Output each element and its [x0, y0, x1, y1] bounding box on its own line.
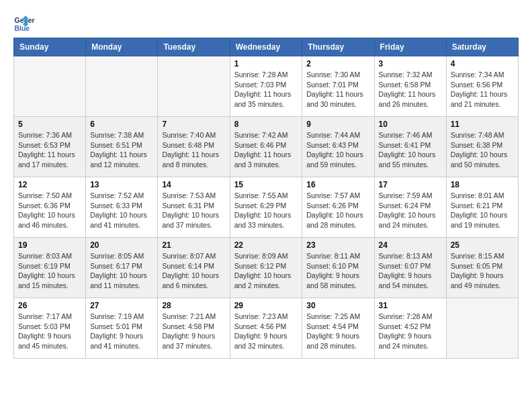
calendar-cell: 14Sunrise: 7:53 AM Sunset: 6:31 PM Dayli… [158, 177, 230, 238]
svg-text:Blue: Blue [15, 25, 30, 32]
calendar-header: General Blue [13, 13, 519, 35]
day-number: 15 [234, 180, 298, 189]
day-number: 1 [234, 59, 298, 68]
calendar-cell: 24Sunrise: 8:13 AM Sunset: 6:07 PM Dayli… [374, 238, 446, 298]
calendar-cell: 5Sunrise: 7:36 AM Sunset: 6:53 PM Daylig… [14, 117, 86, 177]
day-detail: Sunrise: 7:36 AM Sunset: 6:53 PM Dayligh… [18, 130, 81, 170]
calendar-cell: 30Sunrise: 7:25 AM Sunset: 4:54 PM Dayli… [302, 298, 374, 359]
day-detail: Sunrise: 7:59 AM Sunset: 6:24 PM Dayligh… [379, 191, 442, 230]
day-detail: Sunrise: 8:15 AM Sunset: 6:05 PM Dayligh… [451, 251, 514, 291]
day-detail: Sunrise: 7:53 AM Sunset: 6:31 PM Dayligh… [162, 191, 225, 230]
day-number: 17 [379, 180, 442, 189]
day-number: 3 [379, 59, 442, 68]
day-detail: Sunrise: 7:30 AM Sunset: 7:01 PM Dayligh… [306, 70, 369, 109]
day-number: 8 [234, 120, 298, 129]
day-detail: Sunrise: 8:05 AM Sunset: 6:17 PM Dayligh… [90, 251, 153, 291]
day-number: 31 [379, 301, 442, 310]
day-detail: Sunrise: 7:57 AM Sunset: 6:26 PM Dayligh… [306, 191, 369, 230]
calendar-header-row: SundayMondayTuesdayWednesdayThursdayFrid… [14, 38, 519, 56]
calendar-cell: 23Sunrise: 8:11 AM Sunset: 6:10 PM Dayli… [302, 238, 374, 298]
calendar-cell: 18Sunrise: 8:01 AM Sunset: 6:21 PM Dayli… [446, 177, 518, 238]
day-number: 18 [451, 180, 514, 189]
calendar-week-row: 5Sunrise: 7:36 AM Sunset: 6:53 PM Daylig… [14, 117, 519, 177]
calendar-cell: 7Sunrise: 7:40 AM Sunset: 6:48 PM Daylig… [158, 117, 230, 177]
day-number: 7 [162, 120, 225, 129]
day-number: 23 [306, 240, 369, 250]
day-detail: Sunrise: 7:46 AM Sunset: 6:41 PM Dayligh… [379, 130, 442, 170]
day-number: 14 [162, 180, 225, 189]
calendar-cell: 9Sunrise: 7:44 AM Sunset: 6:43 PM Daylig… [302, 117, 374, 177]
day-detail: Sunrise: 7:42 AM Sunset: 6:46 PM Dayligh… [234, 130, 298, 170]
day-detail: Sunrise: 8:01 AM Sunset: 6:21 PM Dayligh… [451, 191, 514, 230]
calendar-cell: 3Sunrise: 7:32 AM Sunset: 6:58 PM Daylig… [374, 56, 446, 117]
day-number: 26 [18, 301, 81, 310]
day-detail: Sunrise: 7:38 AM Sunset: 6:51 PM Dayligh… [90, 130, 153, 170]
day-number: 19 [18, 240, 81, 250]
calendar-cell: 16Sunrise: 7:57 AM Sunset: 6:26 PM Dayli… [302, 177, 374, 238]
calendar-cell: 25Sunrise: 8:15 AM Sunset: 6:05 PM Dayli… [446, 238, 518, 298]
day-number: 24 [379, 240, 442, 250]
day-detail: Sunrise: 7:48 AM Sunset: 6:38 PM Dayligh… [451, 130, 514, 170]
calendar-cell: 1Sunrise: 7:28 AM Sunset: 7:03 PM Daylig… [230, 56, 302, 117]
day-number: 28 [162, 301, 225, 310]
day-detail: Sunrise: 7:34 AM Sunset: 6:56 PM Dayligh… [451, 70, 514, 109]
day-number: 2 [306, 59, 369, 68]
day-detail: Sunrise: 8:11 AM Sunset: 6:10 PM Dayligh… [306, 251, 369, 291]
day-number: 5 [18, 120, 81, 129]
calendar-cell: 13Sunrise: 7:52 AM Sunset: 6:33 PM Dayli… [86, 177, 158, 238]
calendar-cell: 22Sunrise: 8:09 AM Sunset: 6:12 PM Dayli… [230, 238, 302, 298]
calendar-week-row: 12Sunrise: 7:50 AM Sunset: 6:36 PM Dayli… [14, 177, 519, 238]
calendar-week-row: 19Sunrise: 8:03 AM Sunset: 6:19 PM Dayli… [14, 238, 519, 298]
day-detail: Sunrise: 7:50 AM Sunset: 6:36 PM Dayligh… [18, 191, 81, 230]
calendar-table: SundayMondayTuesdayWednesdayThursdayFrid… [13, 38, 519, 359]
day-number: 30 [306, 301, 369, 310]
day-number: 6 [90, 120, 153, 129]
calendar-cell: 11Sunrise: 7:48 AM Sunset: 6:38 PM Dayli… [446, 117, 518, 177]
calendar-cell: 28Sunrise: 7:21 AM Sunset: 4:58 PM Dayli… [158, 298, 230, 359]
col-header-thursday: Thursday [302, 38, 374, 56]
day-detail: Sunrise: 8:13 AM Sunset: 6:07 PM Dayligh… [379, 251, 442, 291]
day-detail: Sunrise: 7:25 AM Sunset: 4:54 PM Dayligh… [306, 312, 369, 351]
calendar-cell: 6Sunrise: 7:38 AM Sunset: 6:51 PM Daylig… [86, 117, 158, 177]
day-number: 22 [234, 240, 298, 250]
calendar-cell [446, 298, 518, 359]
day-detail: Sunrise: 8:03 AM Sunset: 6:19 PM Dayligh… [18, 251, 81, 291]
calendar-cell: 10Sunrise: 7:46 AM Sunset: 6:41 PM Dayli… [374, 117, 446, 177]
day-number: 11 [451, 120, 514, 129]
calendar-cell: 2Sunrise: 7:30 AM Sunset: 7:01 PM Daylig… [302, 56, 374, 117]
calendar-cell: 26Sunrise: 7:17 AM Sunset: 5:03 PM Dayli… [14, 298, 86, 359]
day-detail: Sunrise: 7:21 AM Sunset: 4:58 PM Dayligh… [162, 312, 225, 351]
col-header-monday: Monday [86, 38, 158, 56]
calendar-cell: 31Sunrise: 7:28 AM Sunset: 4:52 PM Dayli… [374, 298, 446, 359]
day-number: 4 [451, 59, 514, 68]
calendar-cell: 12Sunrise: 7:50 AM Sunset: 6:36 PM Dayli… [14, 177, 86, 238]
day-detail: Sunrise: 7:28 AM Sunset: 4:52 PM Dayligh… [379, 312, 442, 351]
day-number: 27 [90, 301, 153, 310]
calendar-cell [86, 56, 158, 117]
day-detail: Sunrise: 7:40 AM Sunset: 6:48 PM Dayligh… [162, 130, 225, 170]
day-detail: Sunrise: 7:32 AM Sunset: 6:58 PM Dayligh… [379, 70, 442, 109]
calendar-cell: 20Sunrise: 8:05 AM Sunset: 6:17 PM Dayli… [86, 238, 158, 298]
day-detail: Sunrise: 8:09 AM Sunset: 6:12 PM Dayligh… [234, 251, 298, 291]
calendar-cell: 15Sunrise: 7:55 AM Sunset: 6:29 PM Dayli… [230, 177, 302, 238]
day-number: 13 [90, 180, 153, 189]
col-header-tuesday: Tuesday [158, 38, 230, 56]
col-header-sunday: Sunday [14, 38, 86, 56]
calendar-cell [14, 56, 86, 117]
day-number: 25 [451, 240, 514, 250]
day-number: 29 [234, 301, 298, 310]
day-detail: Sunrise: 7:52 AM Sunset: 6:33 PM Dayligh… [90, 191, 153, 230]
col-header-saturday: Saturday [446, 38, 518, 56]
day-number: 10 [379, 120, 442, 129]
day-detail: Sunrise: 7:19 AM Sunset: 5:01 PM Dayligh… [90, 312, 153, 351]
calendar-cell: 19Sunrise: 8:03 AM Sunset: 6:19 PM Dayli… [14, 238, 86, 298]
calendar-cell: 8Sunrise: 7:42 AM Sunset: 6:46 PM Daylig… [230, 117, 302, 177]
day-number: 16 [306, 180, 369, 189]
logo-icon: General Blue [13, 13, 35, 35]
day-number: 12 [18, 180, 81, 189]
day-detail: Sunrise: 7:28 AM Sunset: 7:03 PM Dayligh… [234, 70, 298, 109]
day-number: 9 [306, 120, 369, 129]
calendar-cell: 21Sunrise: 8:07 AM Sunset: 6:14 PM Dayli… [158, 238, 230, 298]
calendar-cell: 29Sunrise: 7:23 AM Sunset: 4:56 PM Dayli… [230, 298, 302, 359]
day-detail: Sunrise: 7:23 AM Sunset: 4:56 PM Dayligh… [234, 312, 298, 351]
